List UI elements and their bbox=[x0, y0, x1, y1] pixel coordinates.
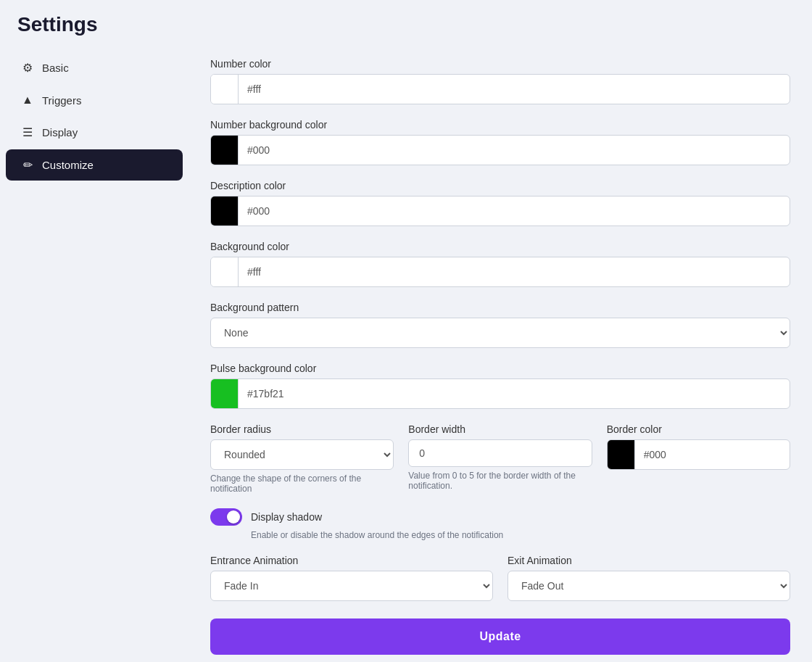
animation-row: Entrance Animation Fade In Slide In Boun… bbox=[210, 555, 790, 601]
description-color-input-row bbox=[210, 196, 790, 226]
display-shadow-toggle-row: Display shadow bbox=[210, 508, 790, 526]
description-color-text[interactable] bbox=[239, 205, 790, 217]
border-settings-row: Border radius Rounded Square Pill Change… bbox=[210, 423, 790, 494]
sidebar-item-basic[interactable]: ⚙ Basic bbox=[6, 52, 183, 83]
triggers-icon: ▲ bbox=[20, 94, 35, 107]
display-shadow-section: Display shadow Enable or disable the sha… bbox=[210, 508, 790, 540]
background-pattern-select[interactable]: None Dots Lines Grid bbox=[210, 318, 790, 348]
description-color-swatch[interactable] bbox=[211, 196, 239, 226]
number-bg-color-text[interactable] bbox=[239, 144, 790, 156]
border-color-field: Border color bbox=[607, 423, 790, 470]
display-shadow-hint: Enable or disable the shadow around the … bbox=[251, 530, 790, 540]
exit-animation-select[interactable]: Fade Out Slide Out Bounce Out None bbox=[508, 571, 790, 601]
pulse-bg-color-input-row bbox=[210, 378, 790, 409]
background-color-text[interactable] bbox=[239, 266, 790, 278]
entrance-animation-select[interactable]: Fade In Slide In Bounce In None bbox=[210, 571, 493, 601]
background-color-field: Background color bbox=[210, 241, 790, 287]
display-shadow-toggle[interactable] bbox=[210, 508, 242, 526]
number-bg-color-swatch[interactable] bbox=[211, 136, 239, 165]
pulse-bg-color-label: Pulse background color bbox=[210, 363, 790, 374]
sidebar-item-label: Customize bbox=[42, 159, 94, 171]
display-shadow-label: Display shadow bbox=[251, 511, 322, 523]
display-icon: ☰ bbox=[20, 125, 35, 139]
border-width-input[interactable] bbox=[408, 439, 592, 467]
sidebar: ⚙ Basic ▲ Triggers ☰ Display ✏ Customize bbox=[0, 44, 188, 662]
gear-icon: ⚙ bbox=[20, 61, 35, 75]
entrance-animation-field: Entrance Animation Fade In Slide In Boun… bbox=[210, 555, 493, 601]
exit-animation-label: Exit Animation bbox=[508, 555, 790, 566]
border-radius-select[interactable]: Rounded Square Pill bbox=[210, 439, 394, 470]
border-color-text[interactable] bbox=[635, 449, 790, 460]
sidebar-item-triggers[interactable]: ▲ Triggers bbox=[6, 85, 183, 115]
border-radius-hint: Change the shape of the corners of the n… bbox=[210, 473, 394, 494]
sidebar-item-label: Basic bbox=[42, 62, 69, 74]
background-pattern-label: Background pattern bbox=[210, 302, 790, 313]
exit-animation-field: Exit Animation Fade Out Slide Out Bounce… bbox=[508, 555, 790, 601]
number-bg-color-label: Number background color bbox=[210, 119, 790, 131]
number-bg-color-field: Number background color bbox=[210, 119, 790, 165]
number-color-label: Number color bbox=[210, 58, 790, 70]
sidebar-item-label: Triggers bbox=[42, 94, 81, 107]
background-color-input-row bbox=[210, 257, 790, 287]
background-color-label: Background color bbox=[210, 241, 790, 252]
page-title: Settings bbox=[0, 0, 812, 44]
settings-content: Number color Number background color Des… bbox=[188, 44, 812, 662]
number-bg-color-input-row bbox=[210, 135, 790, 165]
number-color-swatch[interactable] bbox=[211, 75, 239, 104]
border-width-label: Border width bbox=[408, 423, 592, 435]
update-button[interactable]: Update bbox=[210, 618, 790, 655]
pulse-bg-color-field: Pulse background color bbox=[210, 363, 790, 409]
entrance-animation-label: Entrance Animation bbox=[210, 555, 493, 566]
border-radius-field: Border radius Rounded Square Pill Change… bbox=[210, 423, 394, 494]
toggle-slider bbox=[210, 508, 242, 526]
background-color-swatch[interactable] bbox=[211, 257, 239, 286]
border-radius-label: Border radius bbox=[210, 423, 394, 435]
customize-icon: ✏ bbox=[20, 158, 35, 172]
border-color-input-row bbox=[607, 439, 790, 470]
pulse-bg-color-text[interactable] bbox=[239, 388, 790, 400]
background-pattern-field: Background pattern None Dots Lines Grid bbox=[210, 302, 790, 348]
number-color-field: Number color bbox=[210, 58, 790, 104]
border-color-label: Border color bbox=[607, 423, 790, 435]
sidebar-item-label: Display bbox=[42, 126, 78, 138]
description-color-label: Description color bbox=[210, 180, 790, 191]
number-color-input-row bbox=[210, 74, 790, 104]
border-width-hint: Value from 0 to 5 for the border width o… bbox=[408, 471, 592, 491]
description-color-field: Description color bbox=[210, 180, 790, 226]
pulse-bg-color-swatch[interactable] bbox=[211, 379, 239, 408]
sidebar-item-display[interactable]: ☰ Display bbox=[6, 117, 183, 148]
sidebar-item-customize[interactable]: ✏ Customize bbox=[6, 149, 183, 181]
border-color-swatch[interactable] bbox=[608, 440, 635, 469]
border-width-field: Border width Value from 0 to 5 for the b… bbox=[408, 423, 592, 491]
number-color-text[interactable] bbox=[239, 83, 790, 95]
